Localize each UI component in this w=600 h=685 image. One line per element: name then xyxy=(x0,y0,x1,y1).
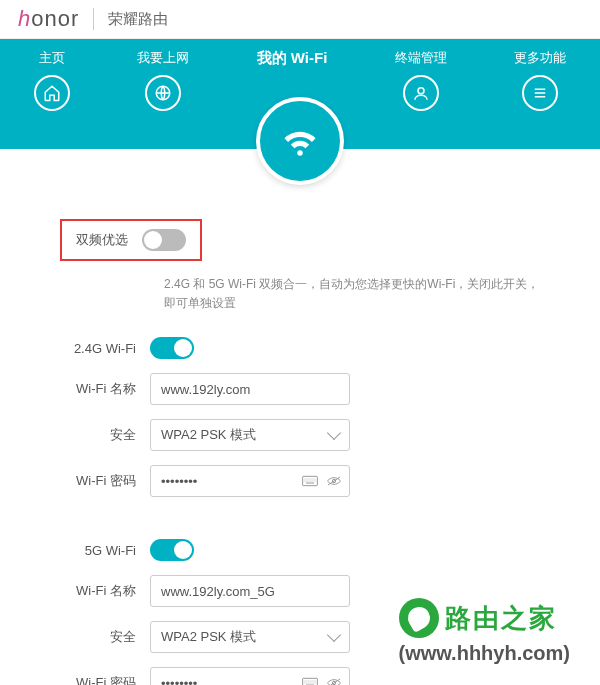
nav-home-label: 主页 xyxy=(39,49,65,67)
g24-toggle[interactable] xyxy=(150,337,194,359)
g24-security-label: 安全 xyxy=(60,426,150,444)
keyboard-icon[interactable] xyxy=(302,676,318,685)
watermark-text: 路由之家 xyxy=(445,601,557,636)
user-icon xyxy=(403,75,439,111)
g5-password-label: Wi-Fi 密码 xyxy=(60,674,150,685)
nav-home[interactable]: 主页 xyxy=(34,49,70,111)
nav-devices[interactable]: 终端管理 xyxy=(395,49,447,111)
wifi-icon xyxy=(256,97,344,185)
keyboard-icon[interactable] xyxy=(302,474,318,488)
eye-hidden-icon[interactable] xyxy=(326,474,342,488)
g24-name-input[interactable] xyxy=(150,373,350,405)
watermark-url: (www.hhhyh.com) xyxy=(399,642,570,665)
globe-icon xyxy=(145,75,181,111)
g5-security-label: 安全 xyxy=(60,628,150,646)
g5-name-input[interactable] xyxy=(150,575,350,607)
g5-toggle[interactable] xyxy=(150,539,194,561)
watermark: 路由之家 (www.hhhyh.com) xyxy=(399,598,570,665)
nav-wifi-label: 我的 Wi-Fi xyxy=(257,49,328,68)
g24-security-value: WPA2 PSK 模式 xyxy=(161,426,256,444)
g24-enabled-label: 2.4G Wi-Fi xyxy=(60,341,150,356)
chevron-down-icon xyxy=(327,426,341,440)
g5-enabled-label: 5G Wi-Fi xyxy=(60,543,150,558)
dual-band-hint: 2.4G 和 5G Wi-Fi 双频合一，自动为您选择更快的Wi-Fi，关闭此开… xyxy=(164,275,540,313)
nav-more-label: 更多功能 xyxy=(514,49,566,67)
chevron-down-icon xyxy=(327,628,341,642)
dual-band-highlight: 双频优选 xyxy=(60,219,202,261)
g24-password-label: Wi-Fi 密码 xyxy=(60,472,150,490)
svg-point-1 xyxy=(418,88,424,94)
nav-bar: 主页 我要上网 我的 Wi-Fi 终端管理 更多功能 xyxy=(0,39,600,149)
g5-name-label: Wi-Fi 名称 xyxy=(60,582,150,600)
product-name: 荣耀路由 xyxy=(108,10,168,29)
divider xyxy=(93,8,94,30)
top-header: honor 荣耀路由 xyxy=(0,0,600,39)
nav-more[interactable]: 更多功能 xyxy=(514,49,566,111)
brand-logo: honor xyxy=(18,6,79,32)
dual-band-label: 双频优选 xyxy=(76,231,142,249)
eye-hidden-icon[interactable] xyxy=(326,676,342,685)
nav-internet[interactable]: 我要上网 xyxy=(137,49,189,111)
g24-name-label: Wi-Fi 名称 xyxy=(60,380,150,398)
nav-devices-label: 终端管理 xyxy=(395,49,447,67)
dual-band-toggle[interactable] xyxy=(142,229,186,251)
g5-security-value: WPA2 PSK 模式 xyxy=(161,628,256,646)
home-icon xyxy=(34,75,70,111)
nav-internet-label: 我要上网 xyxy=(137,49,189,67)
watermark-icon xyxy=(399,598,439,638)
g24-security-select[interactable]: WPA2 PSK 模式 xyxy=(150,419,350,451)
nav-wifi[interactable]: 我的 Wi-Fi xyxy=(257,49,328,76)
menu-icon xyxy=(522,75,558,111)
g5-security-select[interactable]: WPA2 PSK 模式 xyxy=(150,621,350,653)
